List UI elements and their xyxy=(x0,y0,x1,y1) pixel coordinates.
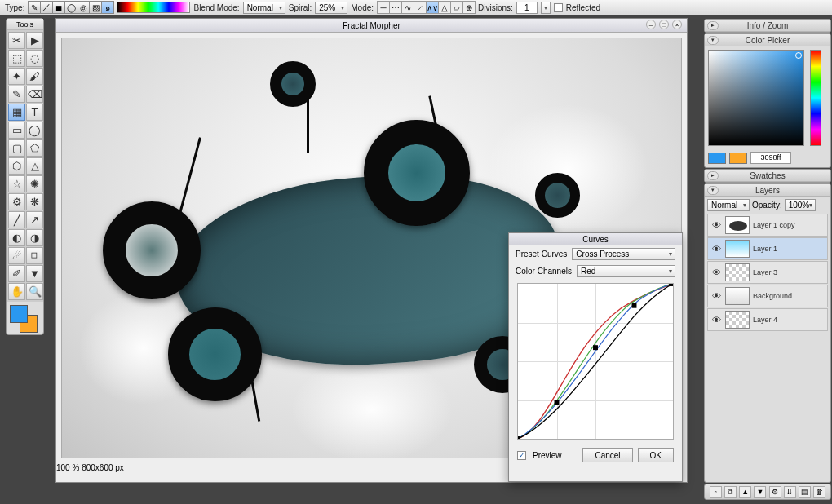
minimize-icon[interactable]: – xyxy=(646,20,656,29)
type-ring-icon[interactable]: ◎ xyxy=(77,1,90,14)
pencil-tool[interactable]: ✎ xyxy=(8,86,25,103)
curves-title[interactable]: Curves xyxy=(509,233,682,245)
brush-tool[interactable]: 🖌 xyxy=(26,68,43,85)
hex-input[interactable]: 3098ff xyxy=(750,152,791,164)
zoom-tool[interactable]: 🔍 xyxy=(26,283,43,300)
layer-up-icon[interactable]: ▲ xyxy=(739,486,751,498)
mode-5-icon[interactable]: ∧∨ xyxy=(426,1,439,14)
flatten-icon[interactable]: ▤ xyxy=(799,486,811,498)
visibility-icon[interactable]: 👁 xyxy=(710,244,722,254)
ok-button[interactable]: OK xyxy=(638,448,674,462)
move-tool[interactable]: ▶ xyxy=(26,32,43,49)
divisions-stepper[interactable] xyxy=(541,2,551,14)
layer-down-icon[interactable]: ▼ xyxy=(754,486,766,498)
color-field[interactable] xyxy=(708,50,804,146)
symmetry-mode-group: ─⋯∿⟋∧∨△▱⊕ xyxy=(377,1,475,14)
layer-row[interactable]: 👁Layer 1 copy xyxy=(707,214,828,237)
mode-3-icon[interactable]: ∿ xyxy=(401,1,414,14)
type-pencil-icon[interactable]: ✎ xyxy=(28,1,41,14)
mode-1-icon[interactable]: ─ xyxy=(377,1,390,14)
smudge-tool[interactable]: ☄ xyxy=(8,247,25,264)
layer-row[interactable]: 👁Layer 3 xyxy=(707,261,828,284)
tools-title: Tools xyxy=(7,19,43,30)
mode-2-icon[interactable]: ⋯ xyxy=(389,1,402,14)
layer-row[interactable]: 👁Background xyxy=(707,285,828,307)
triangle-tool[interactable]: △ xyxy=(26,157,43,175)
duplicate-layer-icon[interactable]: ⧉ xyxy=(724,486,737,498)
svg-rect-0 xyxy=(518,436,520,439)
collapse-icon[interactable]: ▸ xyxy=(707,171,719,180)
flower-tool[interactable]: ❋ xyxy=(26,193,43,210)
reflected-checkbox[interactable] xyxy=(554,3,563,12)
document-titlebar[interactable]: Fractal Morpher – □ × xyxy=(56,19,687,33)
layers-panel: ▾Layers Normal Opacity: 100% 👁Layer 1 co… xyxy=(704,183,831,483)
maximize-icon[interactable]: □ xyxy=(659,20,669,29)
picker-bg-swatch[interactable] xyxy=(729,153,747,164)
layer-name: Layer 1 copy xyxy=(753,221,795,229)
type-line-icon[interactable]: ／ xyxy=(40,1,53,14)
rect-tool[interactable]: ▭ xyxy=(8,122,25,139)
collapse-icon[interactable]: ▾ xyxy=(707,186,719,195)
visibility-icon[interactable]: 👁 xyxy=(710,315,722,325)
type-diagonal-icon[interactable]: ▨ xyxy=(89,1,102,14)
ellipse-tool[interactable]: ◯ xyxy=(26,122,43,139)
picker-fg-swatch[interactable] xyxy=(708,153,726,164)
eyedropper-tool[interactable]: ✐ xyxy=(8,265,25,282)
mode-8-icon[interactable]: ⊕ xyxy=(462,1,476,14)
hand-tool[interactable]: ✋ xyxy=(8,283,25,300)
visibility-icon[interactable]: 👁 xyxy=(710,220,722,230)
close-icon[interactable]: × xyxy=(672,20,682,29)
layer-row[interactable]: 👁Layer 4 xyxy=(707,308,828,331)
arrow-tool[interactable]: ↗ xyxy=(26,211,43,228)
mode-7-icon[interactable]: ▱ xyxy=(450,1,463,14)
wand-tool[interactable]: ✦ xyxy=(8,68,25,85)
visibility-icon[interactable]: 👁 xyxy=(710,267,722,277)
clone-tool[interactable]: ⧉ xyxy=(26,247,43,264)
delete-layer-icon[interactable]: 🗑 xyxy=(813,486,825,498)
divisions-input[interactable] xyxy=(516,2,538,14)
layer-blend-select[interactable]: Normal xyxy=(707,199,750,211)
blend-mode-select[interactable]: Normal xyxy=(243,2,285,14)
foreground-color[interactable] xyxy=(10,305,28,323)
color-spectrum[interactable] xyxy=(117,2,190,13)
info-zoom-panel: ▸Info / Zoom xyxy=(704,19,831,33)
layer-actions-bar: ▫ ⧉ ▲ ▼ ⚙ ⇊ ▤ 🗑 xyxy=(704,484,831,500)
mode-4-icon[interactable]: ⟋ xyxy=(414,1,427,14)
hexagon-tool[interactable]: ⬡ xyxy=(8,157,25,175)
opacity-select[interactable]: 100% xyxy=(785,199,816,211)
gear-tool[interactable]: ⚙ xyxy=(8,193,25,210)
mode-6-icon[interactable]: △ xyxy=(438,1,451,14)
star-tool[interactable]: ☆ xyxy=(8,175,25,192)
type-square-icon[interactable]: ◼ xyxy=(52,1,65,14)
polygon-tool[interactable]: ⬠ xyxy=(26,139,43,157)
burst-tool[interactable]: ✺ xyxy=(26,175,43,192)
crop-tool[interactable]: ✂ xyxy=(8,32,25,49)
collapse-icon[interactable]: ▸ xyxy=(707,21,719,30)
collapse-icon[interactable]: ▾ xyxy=(707,36,719,45)
roundrect-tool[interactable]: ▢ xyxy=(8,139,25,157)
blur-tool[interactable]: ◐ xyxy=(8,229,25,246)
preview-checkbox[interactable] xyxy=(517,451,526,460)
line-tool[interactable]: ╱ xyxy=(8,211,25,228)
type-circle-icon[interactable]: ◯ xyxy=(64,1,77,14)
visibility-icon[interactable]: 👁 xyxy=(710,291,722,301)
text-tool[interactable]: T xyxy=(26,104,43,121)
spiral-select[interactable]: 25% xyxy=(315,2,347,14)
cancel-button[interactable]: Cancel xyxy=(582,448,632,462)
type-spiral-icon[interactable]: ๑ xyxy=(101,1,114,14)
merge-layer-icon[interactable]: ⇊ xyxy=(784,486,796,498)
mode-label: Mode: xyxy=(351,3,374,12)
lasso-tool[interactable]: ◌ xyxy=(26,50,43,67)
color-channels-select[interactable]: Red xyxy=(577,265,675,277)
marquee-tool[interactable]: ⬚ xyxy=(8,50,25,67)
gradient-tool[interactable]: ▦ xyxy=(8,104,25,121)
hue-slider[interactable] xyxy=(810,50,821,146)
new-layer-icon[interactable]: ▫ xyxy=(710,486,722,498)
preset-curves-select[interactable]: Cross Process xyxy=(572,248,675,260)
layer-row[interactable]: 👁Layer 1 xyxy=(707,237,828,260)
bucket-tool[interactable]: ▼ xyxy=(26,265,43,282)
eraser-tool[interactable]: ⌫ xyxy=(26,86,43,103)
sharpen-tool[interactable]: ◑ xyxy=(26,229,43,246)
curves-graph[interactable] xyxy=(517,283,674,440)
layer-settings-icon[interactable]: ⚙ xyxy=(769,486,781,498)
